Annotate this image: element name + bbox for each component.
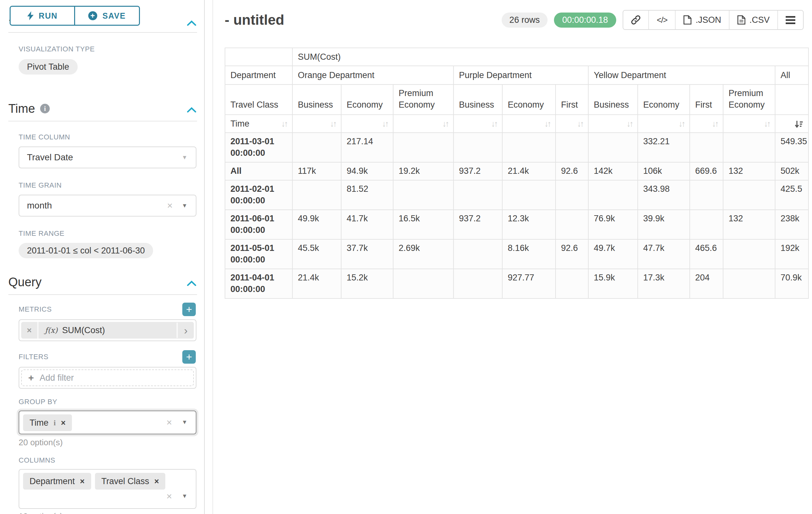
pivot-value-cell bbox=[588, 180, 638, 210]
superset-explore-app: Chart Type RUN + SAVE VISUALIZATION TYPE… bbox=[0, 0, 812, 514]
sort-toggle-icon[interactable]: ↓↑ bbox=[382, 118, 388, 130]
pivot-row-header: 2011-06-01 00:00:00 bbox=[225, 210, 292, 239]
chevron-down-icon: ▼ bbox=[182, 202, 187, 209]
pivot-column-group-header: Yellow Department bbox=[588, 66, 775, 84]
visualization-type-value[interactable]: Pivot Table bbox=[19, 59, 78, 75]
export-csv-button[interactable]: .CSV bbox=[729, 10, 777, 29]
run-button[interactable]: RUN bbox=[10, 7, 74, 25]
pivot-value-cell: 17.3k bbox=[638, 269, 690, 298]
add-filter-plus-button[interactable]: + bbox=[182, 350, 196, 364]
pivot-value-cell: 15.2k bbox=[341, 269, 393, 298]
pivot-value-cell bbox=[292, 180, 341, 210]
export-json-label: .JSON bbox=[696, 15, 721, 25]
sort-toggle-icon[interactable]: ↓↑ bbox=[712, 118, 718, 130]
pivot-value-cell bbox=[588, 133, 638, 162]
pivot-travel-class-dim-label: Travel Class bbox=[225, 84, 292, 115]
column-info-icon: i bbox=[54, 417, 56, 428]
sort-toggle-icon[interactable]: ↓↑ bbox=[281, 118, 287, 130]
pivot-value-cell: 669.6 bbox=[690, 162, 723, 180]
query-collapse-chevron-icon[interactable] bbox=[187, 275, 196, 289]
pivot-column-header: Premium Economy bbox=[723, 84, 775, 115]
chart-panel: - untitled 26 rows 00:00:00.18 </> .JSON bbox=[212, 0, 812, 514]
pivot-value-cell: 76.9k bbox=[588, 210, 638, 239]
columns-select[interactable]: Department×Travel Class× × ▼ bbox=[19, 469, 196, 509]
clear-icon[interactable]: × bbox=[166, 491, 172, 502]
time-grain-select[interactable]: month × ▼ bbox=[19, 195, 196, 217]
sort-toggle-icon[interactable]: ↓↑ bbox=[491, 118, 497, 130]
pivot-value-cell: 15.9k bbox=[588, 269, 638, 298]
columns-tag: Department× bbox=[23, 473, 91, 490]
tag-label: Department bbox=[30, 476, 75, 486]
time-collapse-chevron-icon[interactable] bbox=[187, 102, 196, 116]
pivot-column-header bbox=[775, 84, 809, 115]
pivot-value-cell: 81.52 bbox=[341, 180, 393, 210]
pivot-value-cell bbox=[556, 133, 588, 162]
pivot-sort-cell: ↓↑ bbox=[690, 115, 723, 133]
sort-toggle-icon[interactable]: ↓↑ bbox=[678, 118, 684, 130]
add-metric-button[interactable]: + bbox=[182, 303, 196, 316]
pivot-value-cell: 49.7k bbox=[588, 239, 638, 269]
export-csv-label: .CSV bbox=[749, 15, 770, 25]
remove-tag-icon[interactable]: × bbox=[154, 476, 159, 486]
clear-icon[interactable]: × bbox=[166, 417, 172, 428]
pivot-sort-cell: ↓↑ bbox=[556, 115, 588, 133]
query-section-title: Query bbox=[8, 275, 41, 289]
pivot-corner-cell bbox=[225, 48, 292, 66]
pivot-value-cell: 45.5k bbox=[292, 239, 341, 269]
pivot-sort-cell: ↓↑ bbox=[393, 115, 454, 133]
pivot-value-cell: 37.7k bbox=[341, 239, 393, 269]
pivot-metric-row: SUM(Cost) bbox=[225, 48, 809, 66]
pivot-value-cell bbox=[454, 239, 502, 269]
pivot-sort-cell: ↓↑ bbox=[723, 115, 775, 133]
pivot-value-cell bbox=[292, 133, 341, 162]
pivot-data-row: 2011-03-01 00:00:00217.14332.21549.35 bbox=[225, 133, 809, 162]
add-filter-button[interactable]: + Add filter bbox=[21, 370, 194, 386]
pivot-value-cell: 217.14 bbox=[341, 133, 393, 162]
pivot-data-row: 2011-02-01 00:00:0081.52343.98425.5 bbox=[225, 180, 809, 210]
columns-label: COLUMNS bbox=[19, 456, 196, 464]
metric-pill[interactable]: × ƒ(x) SUM(Cost) › bbox=[21, 322, 194, 339]
time-column-select[interactable]: Travel Date ▼ bbox=[19, 146, 196, 168]
pivot-value-cell: 132 bbox=[723, 162, 775, 180]
remove-tag-icon[interactable]: × bbox=[80, 476, 85, 486]
add-filter-label: Add filter bbox=[40, 373, 74, 383]
save-button[interactable]: + SAVE bbox=[74, 7, 139, 25]
remove-tag-icon[interactable]: × bbox=[61, 417, 66, 428]
filters-label: FILTERS bbox=[19, 353, 49, 361]
sort-toggle-icon[interactable]: ↓↑ bbox=[442, 118, 448, 130]
pivot-value-cell bbox=[556, 269, 588, 298]
time-range-value[interactable]: 2011-01-01 ≤ col < 2011-06-30 bbox=[19, 243, 153, 258]
remove-metric-icon[interactable]: × bbox=[21, 322, 38, 339]
pivot-row-header: All bbox=[225, 162, 292, 180]
pivot-value-cell: 21.4k bbox=[292, 269, 341, 298]
pivot-column-header: Economy bbox=[502, 84, 556, 115]
pivot-sort-cell: ↓↑ bbox=[341, 115, 393, 133]
menu-button[interactable] bbox=[777, 10, 803, 29]
sort-toggle-icon[interactable]: ↓↑ bbox=[330, 118, 336, 130]
embed-code-button[interactable]: </> bbox=[648, 10, 675, 29]
pivot-data-row: 2011-06-01 00:00:0049.9k41.7k16.5k937.21… bbox=[225, 210, 809, 239]
sort-toggle-icon[interactable]: ↓↑ bbox=[764, 118, 770, 130]
pivot-value-cell bbox=[690, 180, 723, 210]
pivot-column-header: Business bbox=[454, 84, 502, 115]
row-count-badge: 26 rows bbox=[502, 12, 548, 28]
sort-toggle-icon[interactable]: ↓↑ bbox=[577, 118, 583, 130]
pivot-value-cell bbox=[454, 133, 502, 162]
group-by-label: GROUP BY bbox=[19, 398, 196, 406]
pivot-value-cell: 92.6 bbox=[556, 239, 588, 269]
export-json-button[interactable]: .JSON bbox=[675, 10, 729, 29]
copy-link-button[interactable] bbox=[623, 10, 648, 29]
pivot-value-cell: 192k bbox=[775, 239, 809, 269]
pivot-column-header: Business bbox=[588, 84, 638, 115]
sort-toggle-icon[interactable]: ↓↑ bbox=[627, 118, 632, 130]
pivot-column-header: First bbox=[690, 84, 723, 115]
sort-toggle-icon[interactable]: ↓↑ bbox=[544, 118, 550, 130]
plus-icon: + bbox=[28, 372, 34, 383]
clear-icon[interactable]: × bbox=[167, 200, 173, 211]
time-range-label: TIME RANGE bbox=[19, 229, 196, 238]
chart-title[interactable]: - untitled bbox=[225, 12, 284, 28]
sort-descending-icon[interactable] bbox=[795, 119, 803, 129]
query-timer-badge: 00:00:00.18 bbox=[554, 12, 616, 28]
group-by-select[interactable]: Timei× × ▼ bbox=[19, 410, 196, 434]
chevron-right-icon[interactable]: › bbox=[176, 323, 194, 338]
